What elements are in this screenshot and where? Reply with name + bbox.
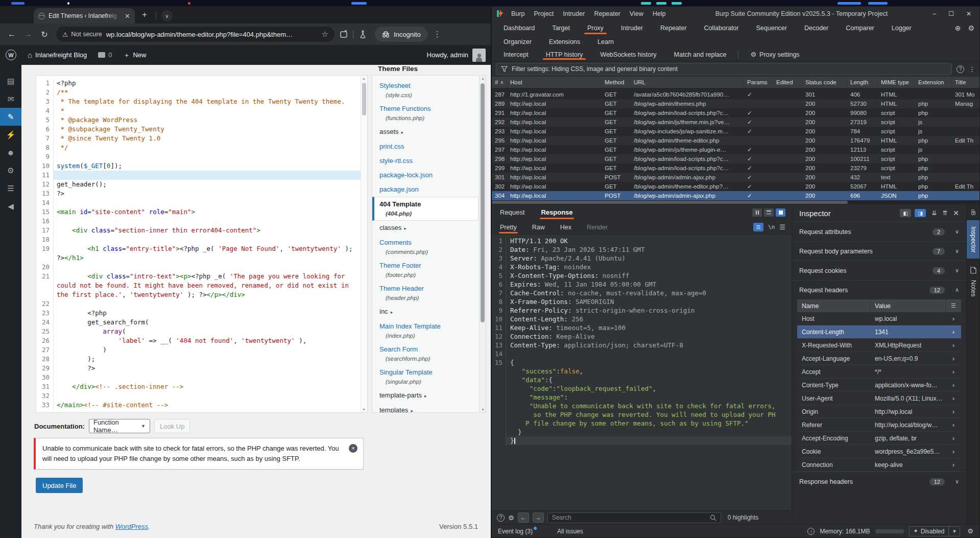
column-length[interactable]: Length — [847, 77, 878, 88]
table-row[interactable]: 301http://wp.localPOST/blog/wp-admin/adm… — [492, 173, 979, 182]
header-row-accept[interactable]: Accept*/*› — [797, 365, 961, 379]
theme-file-classes[interactable]: classes▸ — [372, 221, 486, 236]
search-prev-button[interactable]: ← — [518, 512, 529, 523]
sidebar-item-comments-icon[interactable]: ✉ — [0, 90, 21, 108]
theme-file-theme-functions[interactable]: Theme Functions(functions.php) — [372, 102, 486, 125]
minimize-icon[interactable]: – — [933, 10, 936, 17]
code-editor[interactable]: 1<?php2/**3 * The template for displayin… — [36, 75, 368, 413]
section-request-headers[interactable]: Request headers 12 ∧ — [792, 280, 966, 299]
tab-request[interactable]: Request — [499, 205, 525, 219]
menu-project[interactable]: Project — [529, 10, 558, 17]
tab-decoder[interactable]: Decoder — [796, 20, 837, 35]
settings-gear-icon[interactable]: ⚙ — [968, 24, 974, 32]
sidebar-item-posts-icon[interactable]: ▤ — [0, 72, 21, 90]
tab-close-icon[interactable]: ✕ — [125, 12, 130, 20]
table-header[interactable]: #∧HostMethodURLParamsEditedStatus codeLe… — [492, 77, 979, 88]
tab-proxy-settings[interactable]: ⚙Proxy settings — [742, 48, 808, 61]
wp-logo[interactable]: W — [0, 45, 22, 65]
column-title[interactable]: Title — [952, 77, 979, 88]
lookup-button[interactable]: Look Up — [154, 419, 190, 433]
documentation-select[interactable]: Function Name…▼ — [89, 419, 150, 433]
chrome-menu-icon[interactable]: ⋮ — [434, 30, 442, 39]
close-inspector-icon[interactable]: ✕ — [953, 209, 959, 217]
view-raw[interactable]: Raw — [531, 221, 546, 233]
column-mime-type[interactable]: MIME type — [878, 77, 915, 88]
search-next-button[interactable]: → — [533, 512, 544, 523]
globe-icon[interactable]: ⊕ — [955, 24, 961, 32]
tab-response[interactable]: Response — [540, 205, 573, 219]
sidebar-item-plugins-icon[interactable]: ⚡ — [0, 126, 21, 144]
search-input[interactable]: Search — [547, 512, 721, 523]
table-row[interactable]: 293http://wp.localGET/blog/wp-includes/j… — [492, 127, 979, 136]
wp-new-link[interactable]: ＋New — [117, 45, 152, 65]
help-icon[interactable]: ? — [497, 514, 505, 522]
url-text[interactable]: wp.local/blog/wp-admin/theme-editor.php?… — [106, 31, 318, 38]
theme-file-singular-template[interactable]: Singular Template(singular.php) — [372, 365, 486, 388]
section-response-headers[interactable]: Response headers 12 ∨ — [792, 472, 966, 491]
update-file-button[interactable]: Update File — [36, 478, 83, 493]
new-tab-button[interactable]: + — [142, 10, 147, 20]
tab-organizer[interactable]: Organizer — [495, 35, 540, 48]
filter-settings-bar[interactable]: Filter settings: Hiding CSS, image and g… — [496, 63, 952, 75]
column-extension[interactable]: Extension — [915, 77, 952, 88]
theme-file-stylesheet[interactable]: Stylesheet(style.css) — [372, 79, 486, 102]
table-row[interactable]: 302http://wp.localGET/blog/wp-admin/them… — [492, 182, 979, 191]
view-pretty[interactable]: Pretty — [499, 221, 518, 233]
search-settings-gear-icon[interactable]: ⚙ — [508, 514, 514, 522]
menu-view[interactable]: View — [625, 10, 648, 17]
view-hex[interactable]: Hex — [559, 221, 572, 233]
maximize-icon[interactable]: ☐ — [948, 10, 954, 17]
tab-proxy[interactable]: Proxy — [579, 20, 612, 35]
bookmark-star-icon[interactable]: ☆ — [322, 30, 328, 39]
tab-comparer[interactable]: Comparer — [837, 20, 883, 35]
header-row-referer[interactable]: Refererhttp://wp.local/blog/w…› — [797, 418, 961, 432]
help-icon[interactable]: ? — [957, 65, 964, 73]
theme-file-package-json[interactable]: package.json — [372, 182, 486, 197]
column-host[interactable]: Host — [507, 77, 602, 88]
table-row[interactable]: 291http://wp.localGET/blog/wp-admin/load… — [492, 108, 979, 118]
dock-right-icon[interactable]: ◨ — [915, 209, 926, 217]
column-params[interactable]: Params — [744, 77, 773, 88]
header-row-user-agent[interactable]: User-AgentMozilla/5.0 (X11; Linux…› — [797, 392, 961, 405]
tab-sequencer[interactable]: Sequencer — [747, 20, 795, 35]
header-row-x-requested-with[interactable]: X-Requested-WithXMLHttpRequest› — [797, 339, 961, 352]
table-row[interactable]: 298http://wp.localGET/blog/wp-admin/load… — [492, 154, 979, 163]
table-hscrollbar[interactable] — [492, 200, 979, 204]
side-panel-icon[interactable] — [338, 28, 350, 40]
sidebar-item-users-icon[interactable]: ☻ — [0, 144, 21, 161]
menu-help[interactable]: Help — [648, 10, 671, 17]
theme-file-theme-header[interactable]: Theme Header(header.php) — [372, 282, 486, 305]
sidebar-item-appearance-icon[interactable]: ✎ — [0, 108, 21, 126]
collapse-all-icon[interactable]: ⇈ — [942, 209, 947, 217]
column-method[interactable]: Method — [602, 77, 631, 88]
header-row-host[interactable]: Hostwp.local› — [797, 312, 961, 325]
expand-all-icon[interactable]: ⇊ — [931, 209, 937, 217]
filter-menu-icon[interactable]: ⋮ — [969, 65, 975, 73]
ai-disabled-button[interactable]: ✦Disabled ▼ — [909, 526, 961, 536]
reload-button[interactable]: ↻ — [38, 28, 51, 41]
dismiss-notice-icon[interactable]: × — [349, 444, 357, 453]
header-row-accept-language[interactable]: Accept-Languageen-US,en;q=0.9› — [797, 352, 961, 365]
theme-file-main-index-template[interactable]: Main Index Template(index.php) — [372, 319, 486, 342]
tab-extensions[interactable]: Extensions — [540, 35, 589, 48]
theme-file-comments[interactable]: Comments(comments.php) — [372, 236, 486, 259]
header-row-content-type[interactable]: Content-Typeapplication/x-www-fo…› — [797, 379, 961, 392]
pause-layout-icon[interactable] — [752, 208, 762, 217]
menu-burp[interactable]: Burp — [507, 10, 529, 17]
not-secure-badge[interactable]: ⚠Not secure — [62, 31, 102, 38]
tab-dashboard[interactable]: Dashboard — [495, 20, 543, 35]
dropdown-chevron-icon[interactable]: ▼ — [948, 527, 960, 536]
notes-side-tab[interactable]: Notes — [970, 280, 977, 297]
wp-site-link[interactable]: ⌂Inlanefreight Blog — [22, 45, 92, 65]
browser-tab[interactable]: Edit Themes ‹ Inlanefreig ✕ — [34, 8, 135, 24]
sidebar-item-tools-icon[interactable]: ⚙ — [0, 161, 21, 179]
table-row[interactable]: 304http://wp.localPOST/blog/wp-admin/adm… — [492, 191, 979, 200]
wp-comments-link[interactable]: 0 — [92, 45, 117, 65]
section-request-body-parameters[interactable]: Request body parameters7∨ — [792, 241, 966, 261]
theme-file-search-form[interactable]: Search Form(searchform.php) — [372, 342, 486, 365]
theme-file-inc[interactable]: inc▸ — [372, 305, 486, 319]
section-request-cookies[interactable]: Request cookies4∨ — [792, 261, 966, 280]
header-row-accept-encoding[interactable]: Accept-Encodinggzip, deflate, br› — [797, 432, 961, 445]
sidebar-item-settings-icon[interactable]: ☰ — [0, 179, 21, 197]
address-bar[interactable]: ⚠Not secure wp.local/blog/wp-admin/theme… — [56, 27, 334, 42]
